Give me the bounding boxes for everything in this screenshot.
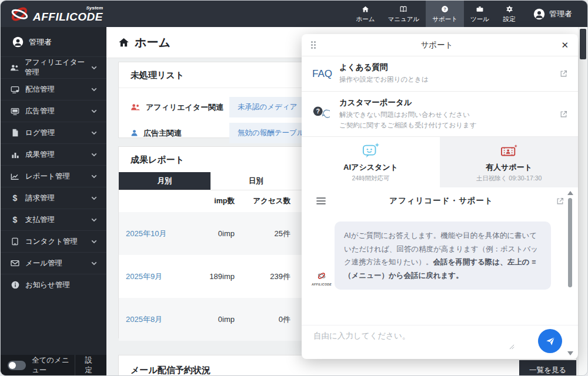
ai-tab-subtitle: 24時間対応可	[352, 174, 389, 183]
month-link[interactable]: 2025年8月	[126, 314, 191, 325]
user-avatar-icon	[12, 36, 24, 48]
all-menu-toggle[interactable]	[8, 361, 26, 370]
faq-subtitle: 操作や設定でお困りのときは	[339, 75, 560, 85]
tab-monthly[interactable]: 月別	[119, 172, 211, 190]
manual-book-icon	[399, 5, 407, 14]
scroll-down-arrow-icon[interactable]	[567, 351, 573, 355]
bot-avatar: AFFILICODE	[311, 271, 332, 290]
external-link-icon[interactable]	[556, 197, 564, 205]
page-title: ホーム	[135, 35, 171, 51]
access-value: 0件	[235, 314, 290, 325]
imp-value: 0imp	[191, 229, 235, 238]
pending-row-label: アフィリエイター関連	[146, 102, 223, 113]
nav-item-settings[interactable]: 設定	[496, 1, 523, 27]
tablet-icon	[10, 237, 20, 246]
pending-row-label: 広告主関連	[143, 128, 182, 139]
close-icon[interactable]: ✕	[558, 40, 569, 51]
nav-item-manual[interactable]: マニュアル	[382, 1, 426, 27]
sidebar-item-distribution[interactable]: 配信管理	[1, 78, 106, 100]
sidebar-item-report[interactable]: レポート管理	[1, 165, 106, 187]
logo-swoosh-icon	[10, 5, 29, 23]
send-button[interactable]	[538, 329, 562, 353]
sidebar-item-affiliater[interactable]: アフィリエイター管理	[1, 56, 106, 78]
chat-scrollbar[interactable]	[567, 189, 575, 358]
people-icon	[10, 64, 19, 72]
chat-input[interactable]	[313, 331, 505, 355]
logo-system-text: System	[33, 6, 103, 11]
nav-item-tools[interactable]: ツール	[464, 1, 496, 27]
sidebar-item-contact[interactable]: コンタクト管理	[1, 230, 106, 252]
gear-icon	[506, 5, 513, 14]
sidebar-item-payment[interactable]: $ 支払管理	[1, 209, 106, 230]
access-value: 239件	[235, 271, 290, 282]
monitor-icon	[10, 108, 20, 115]
person-blue-icon	[131, 129, 138, 137]
human-tab-subtitle: 土日祝除く 09:30-17:30	[476, 174, 542, 183]
faq-link-row[interactable]: FAQ よくある質問 操作や設定でお困りのときは	[302, 56, 578, 92]
chat-area: アフィリコード・サポート AFFILICODE AIがご質問にお答えします。機能…	[302, 187, 578, 359]
sidebar-user[interactable]: 管理者	[1, 27, 106, 56]
tab-human-support[interactable]: 有人サポート 土日祝除く 09:30-17:30	[440, 137, 578, 187]
logo-brand-text: AFFILICODE	[33, 11, 103, 23]
month-link[interactable]: 2025年10月	[126, 229, 191, 239]
chat-message: AFFILICODE AIがご質問にお答えします。機能や目的を具体的に書いていた…	[302, 214, 578, 290]
affilicode-logo[interactable]: System AFFILICODE	[1, 5, 103, 23]
sidebar-item-notice[interactable]: お知らせ管理	[1, 274, 106, 296]
nav-user-menu[interactable]: 管理者	[523, 8, 587, 20]
all-menu-toggle-label: 全てのメニュー	[32, 355, 75, 375]
svg-text:?: ?	[316, 108, 319, 115]
human-tab-label: 有人サポート	[486, 162, 532, 173]
chevron-down-icon	[91, 196, 97, 200]
portal-subtitle-1: 解決できない問題はお問い合わせください	[339, 110, 560, 120]
nav-item-label: ツール	[470, 15, 489, 24]
chat-title: アフィリコード・サポート	[326, 196, 556, 206]
nav-item-label: サポート	[432, 15, 457, 24]
support-mode-tabs: AIアシスタント 24時間対応可 有人サポート 土日祝除く 09:30-17:3…	[302, 137, 578, 187]
user-avatar-icon	[533, 8, 545, 20]
chevron-down-icon	[91, 240, 97, 244]
question-bubble-icon: ?	[312, 106, 339, 122]
dollar-icon: $	[10, 193, 20, 203]
menu-icon[interactable]	[316, 197, 326, 205]
sidebar-item-billing[interactable]: $ 請求管理	[1, 187, 106, 209]
portal-title: カスタマーポータル	[339, 98, 560, 108]
sidebar-footer: 全てのメニュー 設定	[1, 355, 106, 375]
external-link-icon[interactable]	[560, 70, 567, 78]
imp-value: 189imp	[191, 272, 235, 281]
info-icon	[10, 281, 20, 289]
nav-item-support[interactable]: ? サポート	[426, 1, 464, 27]
sidebar-item-label: お知らせ管理	[25, 280, 70, 290]
line-chart-icon	[10, 173, 20, 180]
sidebar-settings-button[interactable]: 設定	[75, 355, 106, 375]
sidebar-item-results[interactable]: 成果管理	[1, 143, 106, 165]
dollar-icon: $	[10, 215, 20, 224]
sidebar-item-ads[interactable]: 広告管理	[1, 100, 106, 122]
sidebar-menu: アフィリエイター管理 配信管理 広告管理 ログ管理 成果管理	[1, 56, 106, 296]
chevron-down-icon	[91, 131, 97, 135]
nav-user-label: 管理者	[549, 9, 572, 19]
resize-grip-icon[interactable]	[509, 344, 514, 350]
sidebar-item-label: 請求管理	[25, 193, 55, 203]
sidebar-item-log[interactable]: ログ管理	[1, 122, 106, 143]
home-icon	[362, 5, 369, 14]
chevron-down-icon	[91, 174, 97, 179]
chevron-down-icon	[91, 218, 97, 222]
sidebar-item-label: 成果管理	[25, 150, 55, 160]
external-link-icon[interactable]	[560, 110, 567, 118]
sidebar-item-mail[interactable]: メール管理	[1, 252, 106, 274]
page-scrollbar-thumb[interactable]	[580, 29, 586, 59]
nav-item-home[interactable]: ホーム	[350, 1, 382, 27]
month-link[interactable]: 2025年9月	[126, 271, 191, 282]
tab-ai-assistant[interactable]: AIアシスタント 24時間対応可	[302, 137, 440, 187]
view-all-button[interactable]: 一覧を見る	[519, 360, 576, 376]
customer-portal-link-row[interactable]: ? カスタマーポータル 解決できない問題はお問い合わせください ご契約に関するご…	[302, 92, 578, 137]
chat-scrollbar-thumb[interactable]	[568, 198, 572, 287]
top-navbar: System AFFILICODE ホーム マニュアル ?	[1, 1, 587, 27]
scroll-up-arrow-icon[interactable]	[567, 191, 573, 195]
drag-handle-icon[interactable]	[311, 41, 316, 49]
bot-avatar-brand: AFFILICODE	[311, 283, 332, 286]
chat-header: アフィリコード・サポート	[302, 187, 578, 214]
tab-daily[interactable]: 日別	[211, 172, 302, 190]
paper-plane-icon	[545, 336, 556, 347]
page-scrollbar[interactable]	[578, 27, 587, 375]
